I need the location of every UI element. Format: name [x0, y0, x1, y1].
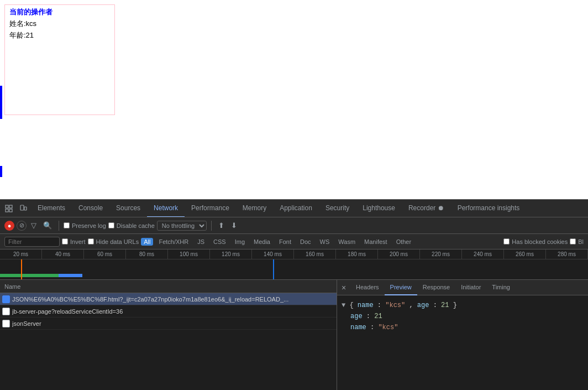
svg-rect-1	[9, 205, 12, 208]
tab-application[interactable]: Application	[273, 200, 319, 217]
network-toolbar: ● ⊘ ▽ 🔍 Preserve log Disable cache No th…	[0, 217, 588, 234]
tab-elements[interactable]: Elements	[31, 200, 72, 217]
network-list-header: Name	[0, 280, 337, 293]
tab-network[interactable]: Network	[147, 200, 185, 217]
inspect-icon[interactable]	[2, 202, 15, 215]
filter-other-button[interactable]: Other	[393, 238, 415, 246]
timeline-tick: 40 ms	[42, 249, 84, 259]
search-icon[interactable]: 🔍	[41, 220, 54, 231]
timeline-tick: 60 ms	[84, 249, 126, 259]
toolbar-separator2	[211, 221, 212, 231]
page-box: 当前的操作者 姓名:kcs 年龄:21	[4, 4, 115, 115]
timeline-tick: 120 ms	[210, 249, 252, 259]
invert-label[interactable]: Invert	[62, 238, 86, 245]
filter-manifest-button[interactable]: Manifest	[361, 238, 391, 246]
filter-fetch-xhr-button[interactable]: Fetch/XHR	[155, 238, 192, 246]
timeline-area: 20 ms40 ms60 ms80 ms100 ms120 ms140 ms16…	[0, 249, 588, 280]
filter-js-button[interactable]: JS	[194, 238, 208, 246]
timeline-progress	[0, 274, 588, 277]
detail-tab-preview[interactable]: Preview	[385, 280, 417, 295]
svg-rect-2	[6, 209, 8, 212]
filter-media-button[interactable]: Media	[250, 238, 274, 246]
preserve-log-label[interactable]: Preserve log	[64, 222, 106, 229]
blocked-label[interactable]: Bl	[570, 238, 584, 245]
timeline-bar-green	[0, 274, 59, 277]
network-row[interactable]: jsonServer	[0, 318, 337, 330]
filter-ws-button[interactable]: WS	[317, 238, 333, 246]
has-blocked-cookies-label[interactable]: Has blocked cookies	[503, 238, 568, 245]
detail-close-button[interactable]: ×	[339, 283, 348, 292]
devtools-panel: ElementsConsoleSourcesNetworkPerformance…	[0, 199, 588, 390]
upload-icon[interactable]: ⬆	[216, 220, 227, 231]
page-title: 当前的操作者	[9, 7, 110, 17]
timeline-tick: 200 ms	[378, 249, 420, 259]
row-type-icon	[2, 295, 10, 303]
detail-tab-timing[interactable]: Timing	[486, 280, 516, 295]
detail-tab-response[interactable]: Response	[417, 280, 456, 295]
stop-button[interactable]: ⊘	[17, 221, 27, 231]
record-button[interactable]: ●	[4, 221, 14, 231]
tab-lighthouse[interactable]: Lighthouse	[356, 200, 402, 217]
filter-wasm-button[interactable]: Wasm	[335, 238, 359, 246]
filter-css-button[interactable]: CSS	[210, 238, 229, 246]
page-name: 姓名:kcs	[9, 18, 110, 30]
detail-tab-headers[interactable]: Headers	[350, 280, 385, 295]
network-list: Name JSON%E6%A0%BC%E5%BC%8F.html?_ijt=c2…	[0, 280, 337, 390]
filter-input[interactable]	[4, 237, 60, 247]
tab-sources[interactable]: Sources	[109, 200, 147, 217]
blocked-checkbox[interactable]	[570, 238, 576, 245]
tab-memory[interactable]: Memory	[236, 200, 273, 217]
timeline-tick: 260 ms	[504, 249, 546, 259]
filter-all-button[interactable]: All	[141, 238, 153, 246]
filter-img-button[interactable]: Img	[232, 238, 248, 246]
timeline-marker-orange	[21, 259, 22, 279]
detail-tab-initiator[interactable]: Initiator	[455, 280, 486, 295]
tab-performance-insights[interactable]: Performance insights	[451, 200, 527, 217]
tab-console[interactable]: Console	[72, 200, 109, 217]
tab-security[interactable]: Security	[319, 200, 356, 217]
svg-rect-5	[24, 207, 27, 210]
name-column-header: Name	[2, 283, 334, 290]
toolbar-separator1	[59, 221, 59, 231]
main-panel: Name JSON%E6%A0%BC%E5%BC%8F.html?_ijt=c2…	[0, 280, 588, 390]
row-name: jb-server-page?reloadServiceClientId=36	[12, 308, 334, 315]
row-type-icon	[2, 308, 10, 315]
network-row[interactable]: JSON%E6%A0%BC%E5%BC%8F.html?_ijt=c2a07a2…	[0, 293, 337, 305]
filter-bar: Invert Hide data URLs All Fetch/XHR JS C…	[0, 234, 588, 249]
json-line-age: age : 21	[342, 311, 584, 322]
hide-data-urls-label[interactable]: Hide data URLs	[88, 238, 139, 245]
filter-doc-button[interactable]: Doc	[297, 238, 314, 246]
timeline-bar-blue	[59, 274, 82, 277]
tab-recorder[interactable]: Recorder ⏺	[402, 200, 451, 217]
devtools-tab-bar: ElementsConsoleSourcesNetworkPerformance…	[0, 200, 588, 217]
filter-font-button[interactable]: Font	[276, 238, 295, 246]
device-icon[interactable]	[17, 202, 30, 215]
row-name: jsonServer	[12, 320, 334, 327]
download-icon[interactable]: ⬇	[229, 220, 239, 231]
tab-performance[interactable]: Performance	[185, 200, 236, 217]
json-age-value: 21	[374, 313, 382, 320]
hide-data-urls-checkbox[interactable]	[88, 238, 94, 245]
timeline-bar-area	[0, 259, 588, 279]
invert-checkbox[interactable]	[62, 238, 68, 245]
detail-content: ▼ { name : "kcs" , age : 21 } age : 21	[337, 295, 588, 390]
disable-cache-checkbox[interactable]	[108, 222, 114, 228]
detail-tabs-bar: × HeadersPreviewResponseInitiatorTiming	[337, 280, 588, 295]
timeline-tick: 280 ms	[546, 249, 588, 259]
timeline-tick: 100 ms	[168, 249, 210, 259]
filter-icon[interactable]: ▽	[29, 220, 39, 231]
timeline-tick: 180 ms	[336, 249, 378, 259]
row-name: JSON%E6%A0%BC%E5%BC%8F.html?_ijt=c2a07a2…	[12, 296, 334, 303]
timeline-marker-blue	[273, 259, 274, 279]
json-collapse-arrow[interactable]: ▼	[342, 301, 349, 309]
has-blocked-cookies-checkbox[interactable]	[503, 238, 510, 245]
disable-cache-label[interactable]: Disable cache	[108, 222, 155, 229]
network-row[interactable]: jb-server-page?reloadServiceClientId=36	[0, 305, 337, 318]
json-name-key-inline: name	[358, 301, 374, 309]
json-close-brace-inline: }	[453, 301, 457, 309]
blue-bar-left2	[0, 166, 2, 177]
json-age-key: age	[350, 313, 363, 320]
preserve-log-checkbox[interactable]	[64, 222, 70, 228]
throttle-select[interactable]: No throttling	[157, 221, 207, 231]
timeline-tick: 160 ms	[294, 249, 336, 259]
